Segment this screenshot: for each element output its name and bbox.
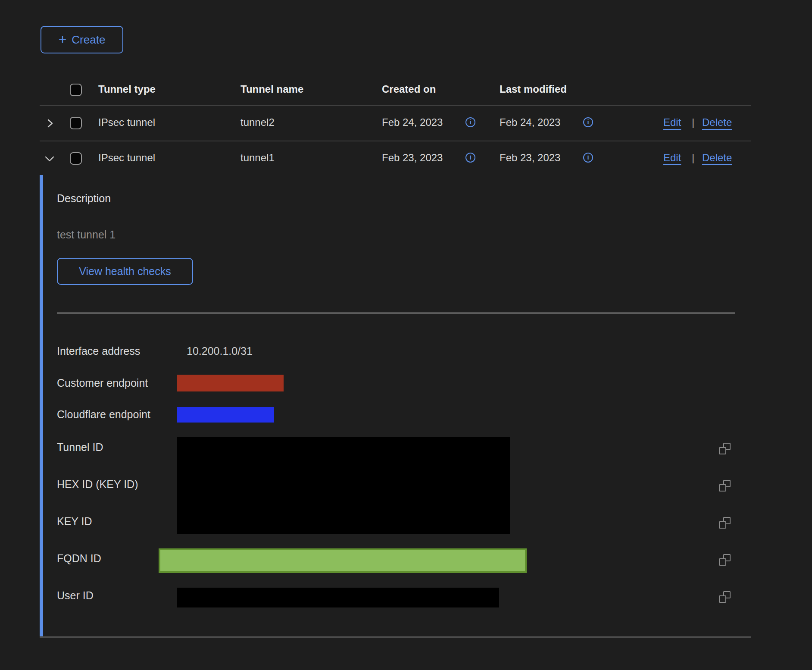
hex-id-label: HEX ID (KEY ID) [57,478,138,491]
fqdn-id-label: FQDN ID [57,552,101,565]
edit-link[interactable]: Edit [663,152,681,164]
tunnel-name-cell: tunnel2 [240,116,275,128]
chevron-down-icon[interactable] [44,154,55,164]
create-button-label: Create [72,33,105,47]
interface-address-label: Interface address [57,345,140,357]
info-icon[interactable]: i [583,117,593,127]
info-icon[interactable]: i [465,153,475,163]
expanded-row-bottom-divider [40,636,751,638]
user-id-redacted-value [177,588,499,607]
last-modified-cell: Feb 24, 2023 [500,116,560,128]
copy-icon[interactable] [719,517,731,529]
row-checkbox[interactable] [70,152,82,165]
create-button[interactable]: + Create [41,26,123,53]
cloudflare-endpoint-redacted-value [177,407,274,423]
column-header-tunnel-type: Tunnel type [98,83,156,95]
customer-endpoint-redacted-value [177,375,284,391]
edit-link[interactable]: Edit [663,116,681,128]
view-health-checks-button[interactable]: View health checks [57,258,193,285]
fqdn-id-redacted-value [159,548,527,573]
key-id-label: KEY ID [57,515,92,528]
select-all-checkbox[interactable] [70,84,82,96]
delete-link[interactable]: Delete [702,116,732,128]
tunnel-type-cell: IPsec tunnel [98,152,155,164]
tunnel-id-label: Tunnel ID [57,441,103,454]
row-checkbox[interactable] [70,117,82,129]
created-on-cell: Feb 24, 2023 [382,116,443,128]
expanded-row-accent-bar [40,175,43,637]
created-on-cell: Feb 23, 2023 [382,152,443,164]
info-icon[interactable]: i [583,153,593,163]
last-modified-cell: Feb 23, 2023 [500,152,560,164]
description-value: test tunnel 1 [57,229,116,241]
link-separator: | [692,116,694,128]
ids-redacted-value [177,437,510,534]
copy-icon[interactable] [719,591,731,603]
view-health-checks-label: View health checks [79,265,171,278]
column-header-created-on: Created on [382,83,436,95]
copy-icon[interactable] [719,480,731,492]
customer-endpoint-label: Customer endpoint [57,377,148,389]
delete-link[interactable]: Delete [702,152,732,164]
copy-icon[interactable] [719,554,731,566]
description-label: Description [57,192,111,205]
column-header-last-modified: Last modified [500,83,567,95]
copy-icon[interactable] [719,443,731,454]
tunnels-page: + Create Tunnel type Tunnel name Created… [0,0,812,670]
header-divider [40,105,751,106]
chevron-right-icon[interactable] [45,118,55,128]
info-icon[interactable]: i [465,117,475,127]
tunnel-name-cell: tunnel1 [240,152,275,164]
cloudflare-endpoint-label: Cloudflare endpoint [57,408,150,421]
detail-divider [57,313,735,313]
row-divider [40,141,751,141]
link-separator: | [692,152,694,164]
plus-icon: + [59,32,67,46]
tunnel-type-cell: IPsec tunnel [98,116,155,128]
user-id-label: User ID [57,589,94,602]
interface-address-value: 10.200.1.0/31 [187,345,253,357]
column-header-tunnel-name: Tunnel name [240,83,303,95]
